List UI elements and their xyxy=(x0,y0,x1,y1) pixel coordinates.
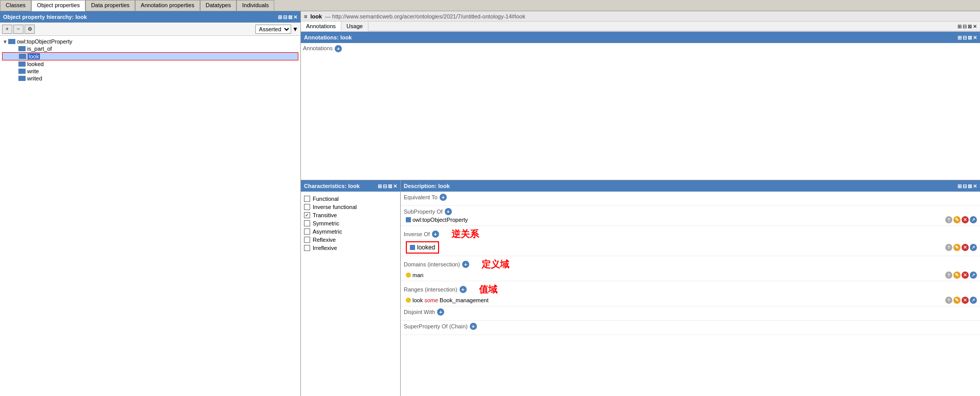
action-red-4[interactable]: ✕ xyxy=(962,297,969,304)
toolbar-gear-btn[interactable]: ⚙ xyxy=(25,25,35,34)
panel-icon-1[interactable]: ⊞ xyxy=(278,14,282,20)
ann-icon-4[interactable]: ✕ xyxy=(973,35,977,40)
tree-label-look: look xyxy=(28,53,40,59)
tab-data-properties[interactable]: Data properties xyxy=(85,0,135,11)
action-blue-3[interactable]: ↗ xyxy=(970,272,977,279)
tab-annotation-properties[interactable]: Annotation properties xyxy=(135,0,200,11)
action-orange-1[interactable]: ✎ xyxy=(953,216,961,223)
desc-icon-4[interactable]: ✕ xyxy=(973,183,977,189)
char-icon-3[interactable]: ⊠ xyxy=(388,183,392,189)
ranges-chinese: 值域 xyxy=(479,283,497,296)
asserted-dropdown: Asserted ▼ xyxy=(255,25,298,34)
subproperty-value: owl:topObjectProperty xyxy=(406,217,468,223)
char-asymmetric: Asymmetric xyxy=(304,227,397,236)
prop-icon xyxy=(18,46,26,51)
char-body: Functional Inverse functional Transitive… xyxy=(301,192,400,396)
tab-object-properties[interactable]: Object properties xyxy=(31,0,85,11)
tab-annotations[interactable]: Annotations xyxy=(301,22,341,31)
action-gray-4[interactable]: ? xyxy=(945,297,952,304)
tab-datatypes[interactable]: Datatypes xyxy=(200,0,237,11)
tab-individuals[interactable]: Individuals xyxy=(236,0,274,11)
toolbar-remove-btn[interactable]: − xyxy=(13,25,24,34)
checkbox-irreflexive[interactable] xyxy=(304,245,310,251)
checkbox-inverse-functional[interactable] xyxy=(304,204,310,210)
desc-domains: Domains (intersection) + 定义域 man ? ✎ xyxy=(401,256,980,281)
ann-panel-icon-2[interactable]: ⊟ xyxy=(963,24,967,29)
ranges-value: look some Book_management xyxy=(406,297,489,303)
char-icon-4[interactable]: ✕ xyxy=(393,183,397,189)
equivalent-to-add[interactable]: + xyxy=(440,194,447,201)
desc-ranges: Ranges (intersection) + 值域 look some Boo… xyxy=(401,281,980,306)
action-red-2[interactable]: ✕ xyxy=(962,244,969,251)
action-orange-4[interactable]: ✎ xyxy=(953,297,961,304)
checkbox-symmetric[interactable] xyxy=(304,220,310,226)
subproperty-add[interactable]: + xyxy=(445,208,452,215)
action-orange-2[interactable]: ✎ xyxy=(953,244,961,251)
action-gray-2[interactable]: ? xyxy=(945,244,952,251)
tab-classes[interactable]: Classes xyxy=(0,0,31,11)
ann-panel-icon-4[interactable]: ✕ xyxy=(973,24,977,29)
section-tabs: Annotations Usage ⊞ ⊟ ⊠ ✕ xyxy=(301,22,980,32)
action-red-3[interactable]: ✕ xyxy=(962,272,969,279)
characteristics-section: Characteristics: look ⊞ ⊟ ⊠ ✕ Functional xyxy=(301,180,401,396)
tree-item-top[interactable]: ▼ owl:topObjectProperty xyxy=(2,38,298,45)
panel-icon-4[interactable]: ✕ xyxy=(293,14,297,20)
action-gray-1[interactable]: ? xyxy=(945,216,952,223)
inverse-of-icon xyxy=(410,245,415,250)
right-panel: ≡ look — http://www.semanticweb.org/acer… xyxy=(301,11,980,396)
action-red-1[interactable]: ✕ xyxy=(962,216,969,223)
tab-usage[interactable]: Usage xyxy=(341,22,368,31)
char-transitive: Transitive xyxy=(304,211,397,219)
desc-icon-2[interactable]: ⊟ xyxy=(963,183,967,189)
domains-label: Domains (intersection) xyxy=(404,261,460,267)
ranges-add[interactable]: + xyxy=(460,286,467,293)
left-panel-title: Object property hierarchy: look xyxy=(3,14,87,20)
desc-superproperty-of-chain: SuperProperty Of (Chain) + xyxy=(401,321,980,335)
desc-icon-3[interactable]: ⊠ xyxy=(968,183,972,189)
tree-item-look[interactable]: look xyxy=(2,52,298,60)
inverse-of-add[interactable]: + xyxy=(432,231,439,238)
checkbox-reflexive[interactable] xyxy=(304,237,310,243)
disjoint-with-add[interactable]: + xyxy=(437,308,444,316)
ann-header-icons: ⊞ ⊟ ⊠ ✕ xyxy=(957,35,977,40)
annotations-header: Annotations: look ⊞ ⊟ ⊠ ✕ xyxy=(301,32,980,43)
domains-add[interactable]: + xyxy=(462,261,469,268)
tree-item-looked[interactable]: looked xyxy=(2,60,298,68)
domains-chinese: 定义域 xyxy=(482,258,509,270)
superproperty-add[interactable]: + xyxy=(470,323,477,330)
checkbox-asymmetric[interactable] xyxy=(304,228,310,235)
panel-icon-2[interactable]: ⊟ xyxy=(283,14,287,20)
tree-item-is-part-of[interactable]: is_part_of xyxy=(2,45,298,52)
ann-panel-icon-1[interactable]: ⊞ xyxy=(957,24,962,29)
action-orange-3[interactable]: ✎ xyxy=(953,272,961,279)
char-icon-2[interactable]: ⊟ xyxy=(383,183,387,189)
char-icon-1[interactable]: ⊞ xyxy=(378,183,382,189)
subproperty-actions: ? ✎ ✕ ↗ xyxy=(945,216,977,223)
panel-icon-3[interactable]: ⊠ xyxy=(288,14,292,20)
char-irreflexive: Irreflexive xyxy=(304,244,397,252)
action-blue-4[interactable]: ↗ xyxy=(970,297,977,304)
char-reflexive: Reflexive xyxy=(304,236,397,244)
subproperty-text: owl:topObjectProperty xyxy=(412,217,468,223)
ann-icon-2[interactable]: ⊟ xyxy=(963,35,967,40)
annotations-section: Annotations Usage ⊞ ⊟ ⊠ ✕ Annotations: l… xyxy=(301,22,980,180)
annotations-add-btn[interactable]: + xyxy=(335,45,342,52)
menu-icon[interactable]: ≡ xyxy=(304,13,307,19)
ranges-some: some xyxy=(424,297,438,303)
dropdown-arrow-icon: ▼ xyxy=(292,26,298,33)
desc-icon-1[interactable]: ⊞ xyxy=(957,183,962,189)
tree-item-writed[interactable]: writed xyxy=(2,75,298,82)
tree-item-write[interactable]: write xyxy=(2,68,298,75)
checkbox-transitive[interactable] xyxy=(304,212,310,218)
toolbar-add-btn[interactable]: + xyxy=(2,25,12,34)
action-blue-2[interactable]: ↗ xyxy=(970,244,977,251)
ranges-text2: Book_management xyxy=(440,297,488,303)
inverse-of-label: Inverse Of xyxy=(404,231,430,237)
checkbox-functional[interactable] xyxy=(304,196,310,202)
ann-icon-3[interactable]: ⊠ xyxy=(968,35,972,40)
action-blue-1[interactable]: ↗ xyxy=(970,216,977,223)
ann-panel-icon-3[interactable]: ⊠ xyxy=(968,24,972,29)
ann-icon-1[interactable]: ⊞ xyxy=(957,35,962,40)
action-gray-3[interactable]: ? xyxy=(945,272,952,279)
asserted-select[interactable]: Asserted xyxy=(255,25,291,34)
